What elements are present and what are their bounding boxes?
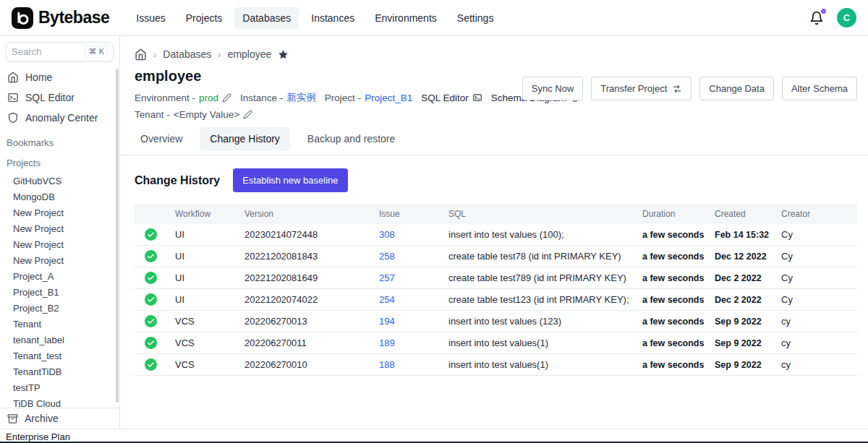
sidebar-project-item[interactable]: New Project [0, 252, 119, 268]
sidebar-project-item[interactable]: TiDB Cloud [0, 395, 119, 408]
creator-cell: Cy [781, 224, 857, 246]
top-nav-item[interactable]: Issues [128, 7, 173, 29]
sidebar-project-item[interactable]: New Project [0, 236, 119, 252]
table-row[interactable]: VCS 202206270010 188 insert into test va… [135, 354, 857, 376]
bytebase-logo[interactable]: Bytebase [12, 7, 109, 29]
sidebar-project-item[interactable]: Project_A [0, 268, 119, 284]
sidebar-project-item[interactable]: GitHubVCS [0, 173, 119, 189]
edit-tenant-icon[interactable] [243, 110, 252, 119]
sidebar-item-home[interactable]: Home [0, 67, 119, 87]
issue-link[interactable]: 308 [379, 229, 395, 240]
notification-dot [821, 9, 826, 14]
issue-cell: 308 [379, 224, 448, 246]
duration-cell: a few seconds [642, 224, 715, 246]
created-cell: Sep 9 2022 [715, 311, 781, 332]
sidebar-scroll-area: Home SQL Editor Anomaly Center Bookmarks… [0, 67, 119, 408]
sidebar-item-sql-editor[interactable]: SQL Editor [0, 87, 119, 108]
tenant-value: <Empty Value> [174, 109, 239, 120]
establish-baseline-button[interactable]: Establish new baseline [233, 168, 347, 192]
created-cell: Feb 14 15:32 [715, 224, 781, 246]
sidebar-item-label: Anomaly Center [25, 112, 98, 124]
sidebar-project-item[interactable]: Tenant_test [0, 348, 119, 364]
status-column-header [135, 204, 175, 224]
creator-cell: Cy [781, 246, 857, 267]
success-check-icon [145, 228, 157, 241]
sidebar-project-item[interactable]: New Project [0, 220, 119, 236]
sidebar-project-item[interactable]: Project_B2 [0, 300, 119, 316]
breadcrumb: › Databases › employee [120, 36, 868, 62]
duration-cell: a few seconds [642, 289, 715, 311]
breadcrumb-home-icon[interactable] [135, 48, 147, 61]
issue-link[interactable]: 189 [379, 337, 395, 348]
sql-cell: insert into test values (123) [448, 311, 642, 332]
notifications-bell-icon[interactable] [809, 11, 824, 25]
issue-link[interactable]: 257 [379, 272, 395, 283]
search-input[interactable] [12, 46, 81, 57]
archive-icon [7, 413, 18, 424]
issue-link[interactable]: 194 [379, 316, 395, 327]
issue-link[interactable]: 258 [379, 251, 395, 262]
edit-environment-icon[interactable] [222, 93, 231, 103]
success-check-icon [145, 293, 157, 306]
table-row[interactable]: UI 20230214072448 308 insert into test v… [135, 224, 857, 246]
creator-cell: Cy [781, 289, 857, 311]
tab[interactable]: Change History [200, 127, 290, 150]
issue-link[interactable]: 254 [379, 294, 395, 305]
sidebar-project-item[interactable]: MongoDB [0, 189, 119, 205]
transfer-arrows-icon [672, 84, 682, 94]
search-shortcut-badge: ⌘ K [85, 46, 108, 58]
sidebar-project-item[interactable]: TenantTiDB [0, 364, 119, 379]
table-row[interactable]: UI 20221202081843 258 create table test7… [135, 246, 857, 267]
column-header: Creator [781, 204, 857, 224]
sidebar-item-label: Archive [25, 413, 59, 424]
top-nav-item[interactable]: Instances [303, 7, 362, 29]
top-nav-item[interactable]: Settings [449, 7, 502, 29]
workflow-cell: UI [175, 289, 244, 311]
status-cell [135, 289, 175, 311]
success-check-icon [145, 337, 157, 349]
search-box[interactable]: ⌘ K [6, 42, 114, 61]
column-header: Version [244, 204, 379, 224]
table-row[interactable]: UI 20221202081649 257 create table test7… [135, 267, 857, 289]
tab[interactable]: Backup and restore [297, 127, 405, 150]
open-sql-editor-icon [472, 93, 482, 103]
breadcrumb-databases[interactable]: Databases [163, 48, 211, 60]
transfer-project-button[interactable]: Transfer Project [591, 77, 692, 100]
environment-link[interactable]: prod [199, 93, 218, 103]
bookmark-star-icon[interactable] [278, 49, 289, 60]
sidebar-project-item[interactable]: Tenant [0, 316, 119, 332]
top-nav-item[interactable]: Environments [367, 7, 445, 29]
sync-now-button[interactable]: Sync Now [522, 77, 584, 100]
table-row[interactable]: UI 20221202074022 254 create table test1… [135, 289, 857, 311]
page-actions: Sync Now Transfer Project Change Data Al… [522, 77, 857, 100]
sidebar-item-anomaly-center[interactable]: Anomaly Center [0, 108, 119, 128]
brand-name: Bytebase [38, 8, 109, 27]
table-row[interactable]: VCS 202206270011 189 insert into test va… [135, 332, 857, 354]
alter-schema-button[interactable]: Alter Schema [782, 77, 857, 100]
top-nav-item[interactable]: Databases [234, 7, 299, 29]
project-link[interactable]: Project_B1 [365, 93, 412, 103]
column-header: Duration [642, 204, 715, 224]
creator-cell: Cy [781, 267, 857, 289]
breadcrumb-separator: › [153, 49, 156, 60]
sidebar-project-item[interactable]: testTP [0, 379, 119, 395]
sidebar-project-item[interactable]: Project_B1 [0, 284, 119, 300]
sidebar-item-archive[interactable]: Archive [0, 408, 119, 429]
avatar[interactable]: C [837, 8, 856, 27]
tab[interactable]: Overview [130, 127, 192, 150]
sql-editor-shortcut[interactable]: SQL Editor [421, 93, 482, 103]
creator-cell: cy [781, 332, 857, 354]
instance-link[interactable]: 新实例 [286, 91, 316, 104]
issue-link[interactable]: 188 [379, 359, 395, 370]
sidebar-scrollbar[interactable] [116, 69, 119, 403]
tenant-meta: Tenant - <Empty Value> [135, 109, 252, 120]
sidebar-project-item[interactable]: tenant_label [0, 332, 119, 348]
table-row[interactable]: VCS 202206270013 194 insert into test va… [135, 311, 857, 332]
version-cell: 20230214072448 [244, 224, 379, 246]
change-data-button[interactable]: Change Data [699, 77, 774, 100]
status-cell [135, 332, 175, 354]
sidebar-project-item[interactable]: New Project [0, 205, 119, 220]
sql-cell: insert into test values(1) [448, 354, 642, 376]
top-nav-item[interactable]: Projects [178, 7, 231, 29]
environment-meta: Environment - prod [135, 93, 231, 103]
